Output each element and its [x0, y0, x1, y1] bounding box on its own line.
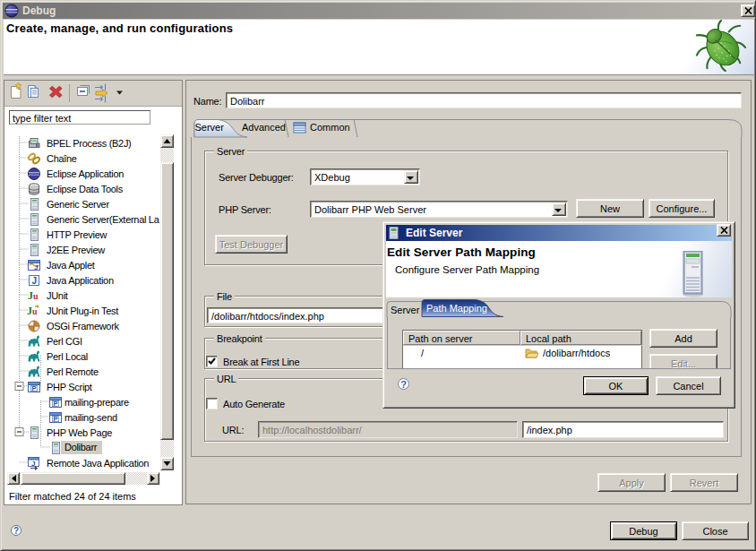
svg-text:Server: Server	[391, 305, 420, 315]
svg-text:Path Mapping: Path Mapping	[426, 303, 487, 314]
svg-text:Server: Server	[195, 122, 225, 133]
svg-text:Common: Common	[310, 122, 350, 133]
svg-text:Advanced: Advanced	[242, 122, 286, 133]
